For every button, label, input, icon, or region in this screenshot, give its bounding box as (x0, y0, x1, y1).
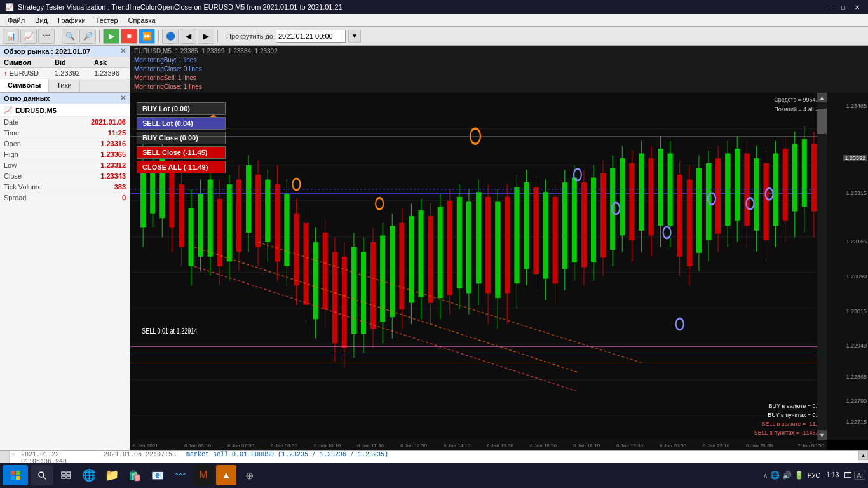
tray-up-arrow[interactable]: ∧ (763, 472, 768, 479)
toolbar-nav-prev[interactable]: ◀ (180, 29, 196, 44)
svg-point-152 (663, 227, 671, 238)
taskbar-search[interactable] (31, 465, 53, 485)
market-table: Символ Bid Ask ↑EURUSD 1.23392 1.23396 (0, 57, 130, 79)
toolbar-btn-1[interactable]: 📊 (3, 29, 19, 44)
tab-symbols[interactable]: Символы (0, 79, 49, 92)
svg-rect-117 (696, 168, 702, 252)
scroll-to-label: Прокрутить до (226, 32, 273, 40)
data-window-header: Окно данных ✕ (0, 93, 130, 104)
scroll-thumb[interactable] (817, 109, 827, 134)
svg-rect-67 (457, 197, 462, 288)
market-overview-close[interactable]: ✕ (120, 47, 126, 55)
time-label-15: 6 Jan 23:30 (738, 443, 781, 449)
tab-ticks[interactable]: Тики (49, 79, 79, 92)
taskbar-taskview[interactable] (56, 465, 76, 485)
menu-help[interactable]: Справка (123, 15, 161, 25)
svg-line-164 (43, 477, 46, 479)
svg-rect-165 (62, 472, 65, 475)
close-all-button[interactable]: CLOSE ALL (-11.49) (137, 161, 226, 173)
buy-lot-button[interactable]: BUY Lot (0.00) (137, 102, 226, 115)
taskbar-orange[interactable]: ▲ (216, 465, 236, 485)
app-icon: 📈 (5, 3, 14, 11)
tray-network[interactable]: 🌐 (770, 471, 780, 480)
time-label-4: 6 Jan 08:50 (262, 443, 306, 449)
toolbar-flag-btn[interactable]: 🔵 (162, 29, 179, 44)
market-overview-title: Обзор рынка : 2021.01.07 (4, 48, 90, 55)
label-tick-volume: Tick Volume (0, 182, 67, 193)
svg-rect-55 (399, 223, 404, 310)
market-row-eurusd[interactable]: ↑EURUSD 1.23392 1.23396 (0, 68, 130, 79)
svg-rect-77 (505, 197, 510, 294)
time-label-13: 6 Jan 20:50 (651, 443, 695, 449)
tray-notification[interactable]: 🗖 (844, 471, 851, 480)
start-button[interactable] (3, 465, 28, 485)
time-label-8: 6 Jan 14:10 (435, 443, 478, 449)
tray-battery[interactable]: 🔋 (794, 471, 804, 480)
close-button[interactable]: ✕ (851, 2, 863, 12)
svg-rect-79 (514, 187, 519, 284)
svg-rect-139 (802, 139, 807, 207)
sell-close-button[interactable]: SELL Close (-11.45) (137, 146, 226, 159)
toolbar-zoom-in[interactable]: 🔍 (62, 29, 78, 44)
taskbar: 🌐 📁 🛍️ 📧 〰 M ▲ ⊕ ∧ 🌐 🔊 🔋 РУС 1:13 🗖 Ai (0, 463, 868, 488)
svg-point-163 (39, 472, 44, 477)
toolbar-rewind-btn[interactable]: ⏩ (139, 29, 155, 44)
minimize-button[interactable]: — (824, 2, 835, 12)
svg-rect-93 (581, 182, 587, 267)
sell-lot-button[interactable]: SELL Lot (0.04) (137, 117, 226, 130)
svg-rect-162 (16, 476, 20, 480)
data-window-close[interactable]: ✕ (120, 94, 126, 102)
label-close: Close (0, 171, 67, 182)
toolbar-stop-btn[interactable]: ■ (121, 29, 137, 44)
svg-rect-167 (62, 476, 65, 478)
scroll-to-input[interactable] (276, 30, 346, 43)
scroll-to-dropdown[interactable]: ▼ (348, 30, 361, 43)
data-symbol-name: EURUSD,M5 (15, 107, 57, 114)
sell-pts-label: SELL в пунктах = -1145.00 (754, 428, 824, 437)
taskbar-explorer[interactable]: 📁 (102, 465, 122, 485)
svg-rect-97 (600, 173, 606, 257)
menu-charts[interactable]: Графики (53, 15, 91, 25)
label-time: Time (0, 128, 67, 139)
svg-rect-63 (438, 207, 443, 298)
svg-rect-160 (16, 471, 20, 475)
maximize-button[interactable]: □ (837, 2, 849, 12)
chart-scrollbar-right[interactable]: ▲ ▼ (817, 93, 827, 440)
taskbar-edge[interactable]: 🌐 (79, 465, 99, 485)
toolbar-zoom-out[interactable]: 🔎 (79, 29, 96, 44)
buy-close-button[interactable]: BUY Close (0.00) (137, 132, 226, 144)
svg-rect-45 (351, 247, 356, 334)
svg-rect-53 (390, 226, 395, 317)
data-row-close: Close 1.23343 (0, 171, 130, 182)
menu-tester[interactable]: Тестер (91, 15, 123, 25)
scroll-to-container: Прокрутить до ▼ (226, 30, 361, 43)
svg-rect-109 (658, 149, 663, 226)
menu-view[interactable]: Вид (30, 15, 53, 25)
svg-rect-71 (476, 192, 481, 283)
svg-rect-29 (275, 184, 280, 261)
taskbar-mail[interactable]: 📧 (147, 465, 168, 485)
menu-file[interactable]: Файл (3, 15, 30, 25)
scroll-up-btn[interactable]: ▲ (817, 93, 827, 102)
svg-point-148 (376, 198, 383, 209)
price-label-4: 1.23090 (846, 273, 867, 280)
monitoring-close-0: MonitoringClose: 0 lines (134, 65, 864, 74)
ai-label[interactable]: Ai (854, 471, 865, 480)
toolbar: 📊 📈 〰 🔍 🔎 ▶ ■ ⏩ 🔵 ◀ ▶ Прокрутить до ▼ (0, 27, 868, 46)
windows-icon (10, 470, 20, 480)
toolbar-play-btn[interactable]: ▶ (103, 29, 119, 44)
toolbar-btn-3[interactable]: 〰 (38, 29, 55, 44)
svg-rect-15 (208, 180, 213, 257)
taskbar-store[interactable]: 🛍️ (125, 465, 145, 485)
toolbar-nav-next[interactable]: ▶ (198, 29, 214, 44)
log-scroll-up[interactable]: ▲ (858, 451, 868, 460)
data-row-spread: Spread 0 (0, 193, 130, 203)
toolbar-btn-2[interactable]: 📈 (20, 29, 37, 44)
monitoring-buy: MonitoringBuy: 1 lines (134, 56, 864, 65)
scroll-down-btn[interactable]: ▼ (817, 430, 827, 440)
taskbar-another[interactable]: ⊕ (239, 465, 259, 485)
tray-sound[interactable]: 🔊 (782, 471, 792, 480)
taskbar-wave[interactable]: 〰 (170, 465, 191, 485)
taskbar-mt5[interactable]: M (193, 465, 214, 485)
svg-rect-87 (553, 197, 558, 284)
